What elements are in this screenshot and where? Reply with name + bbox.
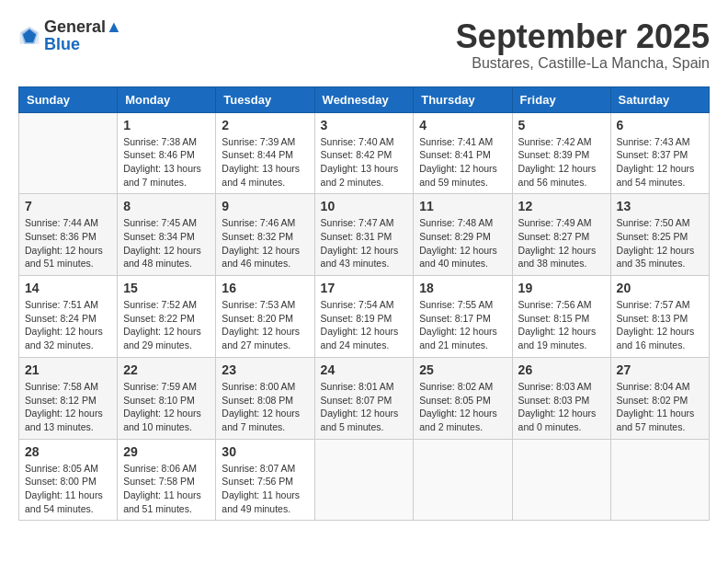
day-info: Sunrise: 7:55 AM Sunset: 8:17 PM Dayligh… <box>419 298 506 352</box>
day-number: 16 <box>222 281 308 295</box>
table-row: 30Sunrise: 8:07 AM Sunset: 7:56 PM Dayli… <box>216 439 314 521</box>
table-row: 28Sunrise: 8:05 AM Sunset: 8:00 PM Dayli… <box>19 439 118 521</box>
col-saturday: Saturday <box>610 86 709 112</box>
day-number: 29 <box>123 444 210 459</box>
day-info: Sunrise: 7:38 AM Sunset: 8:46 PM Dayligh… <box>123 135 210 190</box>
day-number: 3 <box>321 118 408 132</box>
calendar-week-row: 14Sunrise: 7:51 AM Sunset: 8:24 PM Dayli… <box>19 276 710 358</box>
day-number: 20 <box>617 281 703 295</box>
day-info: Sunrise: 8:04 AM Sunset: 8:02 PM Dayligh… <box>617 380 703 434</box>
day-info: Sunrise: 7:54 AM Sunset: 8:19 PM Dayligh… <box>321 298 408 352</box>
day-info: Sunrise: 7:58 AM Sunset: 8:12 PM Dayligh… <box>25 380 111 434</box>
col-sunday: Sunday <box>19 86 118 112</box>
table-row: 20Sunrise: 7:57 AM Sunset: 8:13 PM Dayli… <box>610 276 709 358</box>
day-info: Sunrise: 8:00 AM Sunset: 8:08 PM Dayligh… <box>222 380 308 434</box>
day-number: 15 <box>123 281 210 295</box>
logo-general: General <box>44 17 106 36</box>
day-number: 4 <box>419 118 506 132</box>
day-number: 7 <box>25 199 111 213</box>
day-info: Sunrise: 7:47 AM Sunset: 8:31 PM Dayligh… <box>321 216 408 270</box>
day-info: Sunrise: 7:52 AM Sunset: 8:22 PM Dayligh… <box>123 298 210 352</box>
table-row <box>314 439 414 521</box>
day-info: Sunrise: 8:05 AM Sunset: 8:00 PM Dayligh… <box>25 462 111 516</box>
table-row: 22Sunrise: 7:59 AM Sunset: 8:10 PM Dayli… <box>118 357 216 439</box>
table-row: 25Sunrise: 8:02 AM Sunset: 8:05 PM Dayli… <box>414 357 512 439</box>
table-row: 12Sunrise: 7:49 AM Sunset: 8:27 PM Dayli… <box>512 194 610 276</box>
day-number: 18 <box>419 281 506 295</box>
day-info: Sunrise: 7:39 AM Sunset: 8:44 PM Dayligh… <box>222 135 308 190</box>
month-title: September 2025 <box>456 18 710 55</box>
day-number: 23 <box>222 362 308 377</box>
calendar-week-row: 28Sunrise: 8:05 AM Sunset: 8:00 PM Dayli… <box>19 439 710 521</box>
logo-text-block: General▲ Blue <box>44 18 122 54</box>
title-block: September 2025 Bustares, Castille-La Man… <box>456 18 710 72</box>
table-row: 15Sunrise: 7:52 AM Sunset: 8:22 PM Dayli… <box>118 276 216 358</box>
day-info: Sunrise: 7:51 AM Sunset: 8:24 PM Dayligh… <box>25 298 111 352</box>
day-number: 13 <box>617 199 703 213</box>
day-number: 1 <box>123 118 210 132</box>
calendar-week-row: 7Sunrise: 7:44 AM Sunset: 8:36 PM Daylig… <box>19 194 710 276</box>
day-info: Sunrise: 7:41 AM Sunset: 8:41 PM Dayligh… <box>419 135 506 190</box>
table-row: 4Sunrise: 7:41 AM Sunset: 8:41 PM Daylig… <box>414 112 512 194</box>
day-info: Sunrise: 7:56 AM Sunset: 8:15 PM Dayligh… <box>518 298 605 352</box>
table-row: 11Sunrise: 7:48 AM Sunset: 8:29 PM Dayli… <box>414 194 512 276</box>
col-friday: Friday <box>512 86 610 112</box>
table-row: 19Sunrise: 7:56 AM Sunset: 8:15 PM Dayli… <box>512 276 610 358</box>
day-number: 10 <box>321 199 408 213</box>
table-row: 2Sunrise: 7:39 AM Sunset: 8:44 PM Daylig… <box>216 112 314 194</box>
day-number: 12 <box>518 199 605 213</box>
table-row: 9Sunrise: 7:46 AM Sunset: 8:32 PM Daylig… <box>216 194 314 276</box>
calendar-week-row: 21Sunrise: 7:58 AM Sunset: 8:12 PM Dayli… <box>19 357 710 439</box>
logo-blue: Blue <box>44 35 122 54</box>
logo-blue-icon-text: ▲ <box>106 17 122 36</box>
table-row: 10Sunrise: 7:47 AM Sunset: 8:31 PM Dayli… <box>314 194 414 276</box>
table-row: 24Sunrise: 8:01 AM Sunset: 8:07 PM Dayli… <box>314 357 414 439</box>
day-info: Sunrise: 8:06 AM Sunset: 7:58 PM Dayligh… <box>123 462 210 516</box>
table-row: 29Sunrise: 8:06 AM Sunset: 7:58 PM Dayli… <box>118 439 216 521</box>
day-number: 27 <box>617 362 703 377</box>
table-row: 13Sunrise: 7:50 AM Sunset: 8:25 PM Dayli… <box>610 194 709 276</box>
day-number: 22 <box>123 362 210 377</box>
day-number: 5 <box>518 118 605 132</box>
table-row: 17Sunrise: 7:54 AM Sunset: 8:19 PM Dayli… <box>314 276 414 358</box>
calendar-week-row: 1Sunrise: 7:38 AM Sunset: 8:46 PM Daylig… <box>19 112 710 194</box>
day-info: Sunrise: 7:40 AM Sunset: 8:42 PM Dayligh… <box>321 135 408 190</box>
table-row: 23Sunrise: 8:00 AM Sunset: 8:08 PM Dayli… <box>216 357 314 439</box>
col-tuesday: Tuesday <box>216 86 314 112</box>
day-info: Sunrise: 7:43 AM Sunset: 8:37 PM Dayligh… <box>617 135 703 190</box>
day-number: 6 <box>617 118 703 132</box>
table-row: 7Sunrise: 7:44 AM Sunset: 8:36 PM Daylig… <box>19 194 118 276</box>
location-subtitle: Bustares, Castille-La Mancha, Spain <box>456 55 710 72</box>
table-row <box>414 439 512 521</box>
table-row: 16Sunrise: 7:53 AM Sunset: 8:20 PM Dayli… <box>216 276 314 358</box>
day-number: 28 <box>25 444 111 459</box>
table-row: 18Sunrise: 7:55 AM Sunset: 8:17 PM Dayli… <box>414 276 512 358</box>
day-info: Sunrise: 8:01 AM Sunset: 8:07 PM Dayligh… <box>321 380 408 434</box>
calendar-table: Sunday Monday Tuesday Wednesday Thursday… <box>18 86 710 522</box>
col-monday: Monday <box>118 86 216 112</box>
day-info: Sunrise: 7:44 AM Sunset: 8:36 PM Dayligh… <box>25 216 111 270</box>
day-number: 9 <box>222 199 308 213</box>
day-info: Sunrise: 7:42 AM Sunset: 8:39 PM Dayligh… <box>518 135 605 190</box>
day-info: Sunrise: 8:07 AM Sunset: 7:56 PM Dayligh… <box>222 462 308 516</box>
col-wednesday: Wednesday <box>314 86 414 112</box>
day-info: Sunrise: 7:57 AM Sunset: 8:13 PM Dayligh… <box>617 298 703 352</box>
day-info: Sunrise: 7:48 AM Sunset: 8:29 PM Dayligh… <box>419 216 506 270</box>
day-number: 17 <box>321 281 408 295</box>
table-row <box>19 112 118 194</box>
table-row <box>610 439 709 521</box>
col-thursday: Thursday <box>414 86 512 112</box>
day-info: Sunrise: 7:59 AM Sunset: 8:10 PM Dayligh… <box>123 380 210 434</box>
calendar-header-row: Sunday Monday Tuesday Wednesday Thursday… <box>19 86 710 112</box>
day-number: 8 <box>123 199 210 213</box>
day-info: Sunrise: 7:53 AM Sunset: 8:20 PM Dayligh… <box>222 298 308 352</box>
table-row: 14Sunrise: 7:51 AM Sunset: 8:24 PM Dayli… <box>19 276 118 358</box>
logo: General▲ Blue <box>18 18 122 54</box>
day-number: 21 <box>25 362 111 377</box>
table-row: 3Sunrise: 7:40 AM Sunset: 8:42 PM Daylig… <box>314 112 414 194</box>
day-number: 2 <box>222 118 308 132</box>
logo-icon <box>18 25 40 47</box>
day-info: Sunrise: 7:45 AM Sunset: 8:34 PM Dayligh… <box>123 216 210 270</box>
day-number: 19 <box>518 281 605 295</box>
table-row: 8Sunrise: 7:45 AM Sunset: 8:34 PM Daylig… <box>118 194 216 276</box>
